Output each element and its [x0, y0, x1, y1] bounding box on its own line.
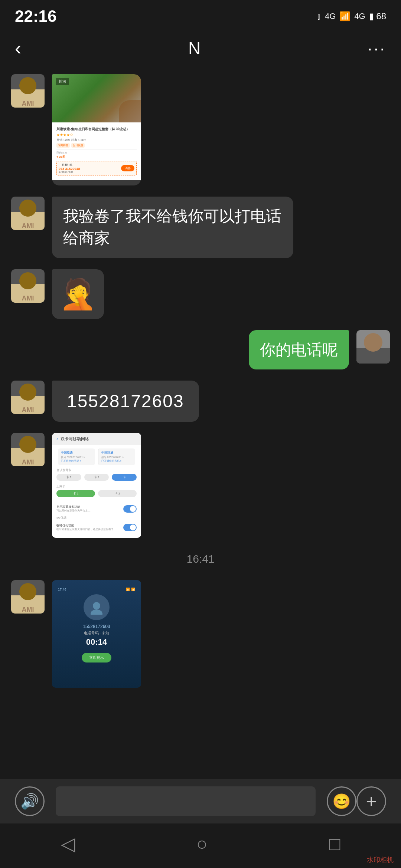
message-row: AMI 15528172603 — [11, 381, 390, 422]
chat-title: N — [188, 38, 200, 58]
svg-point-1 — [91, 609, 102, 615]
avatar-left-3: AMI — [11, 269, 45, 303]
message-row: AMI ‹ 双卡与移动网络 中国联通 拨号 03502124011 > 已开通您… — [11, 433, 390, 538]
message-row: AMI 川湘 川湘饭馆-鱼肉·生日和台词超过整套（林 毕业总） ★★★★☆ 月销… — [11, 74, 390, 185]
sim-screenshot-message[interactable]: ‹ 双卡与移动网络 中国联通 拨号 03502124011 > 已开通您的号码 … — [52, 433, 141, 538]
signal-icon: ⫿ — [317, 11, 321, 22]
more-button[interactable]: ··· — [368, 38, 386, 58]
text-message-right: 你的电话呢 — [249, 330, 349, 370]
input-bar: 🔊 😊 + — [0, 779, 401, 823]
signal-icon-2: 📶 — [339, 11, 351, 22]
watermark: 水印相机 — [367, 855, 394, 864]
status-bar: 22:16 ⫿ 4G 📶 4G ▮ 68 — [0, 0, 401, 30]
4g-label-2: 4G — [354, 11, 365, 21]
text-message-left-1: 我验卷了我不给钱你可以打电话给商家 — [52, 197, 293, 258]
call-duration: 00:14 — [86, 637, 107, 647]
avatar-right — [356, 330, 390, 364]
avatar-left-6: AMI — [11, 580, 45, 614]
message-row: 你的电话呢 — [11, 330, 390, 370]
image-message[interactable]: 川湘 川湘饭馆-鱼肉·生日和台词超过整套（林 毕业总） ★★★★☆ 月销 120… — [52, 74, 141, 185]
timestamp: 16:41 — [11, 553, 390, 565]
battery-icon: ▮ 68 — [369, 11, 386, 22]
call-avatar — [84, 594, 110, 620]
back-button[interactable]: ‹ — [15, 37, 21, 59]
status-time: 22:16 — [15, 7, 57, 26]
avatar-left-4: AMI — [11, 381, 45, 414]
avatar-left-5: AMI — [11, 433, 45, 466]
chat-area: AMI 川湘 川湘饭馆-鱼肉·生日和台词超过整套（林 毕业总） ★★★★☆ 月销… — [0, 67, 401, 762]
recent-nav-icon[interactable]: □ — [329, 833, 340, 855]
emoji-message: 🤦 — [52, 269, 104, 319]
home-nav-icon[interactable]: ○ — [196, 833, 208, 855]
4g-label-1: 4G — [325, 11, 336, 21]
emoji-icon: 😊 — [332, 793, 351, 810]
message-input[interactable] — [56, 786, 316, 816]
phone-message: 15528172603 — [52, 381, 199, 422]
chat-header: ‹ N ··· — [0, 30, 401, 67]
call-sub: 电话号码 · 未知 — [84, 631, 109, 636]
message-row: AMI 我验卷了我不给钱你可以打电话给商家 — [11, 197, 390, 258]
avatar-left: AMI — [11, 74, 45, 108]
voice-button[interactable]: 🔊 — [15, 786, 45, 816]
call-action-button[interactable]: 立即提示 — [82, 653, 111, 662]
call-screenshot-message[interactable]: 17:46 📶 📶 15528172603 电话号码 · 未知 00:14 立即… — [52, 580, 141, 688]
message-row: AMI 17:46 📶 📶 15528172603 电话号码 · 未知 00:1… — [11, 580, 390, 688]
nav-bar: ◁ ○ □ 水印相机 — [0, 823, 401, 868]
emoji-button[interactable]: 😊 — [327, 786, 356, 816]
back-nav-icon[interactable]: ◁ — [61, 833, 75, 855]
voice-icon: 🔊 — [20, 793, 39, 810]
call-number: 15528172603 — [83, 624, 110, 629]
message-row: AMI 🤦 — [11, 269, 390, 319]
avatar-left-2: AMI — [11, 197, 45, 230]
svg-point-0 — [93, 602, 100, 609]
add-button[interactable]: + — [356, 786, 386, 816]
status-icons: ⫿ 4G 📶 4G ▮ 68 — [317, 11, 386, 22]
plus-icon: + — [366, 790, 376, 812]
